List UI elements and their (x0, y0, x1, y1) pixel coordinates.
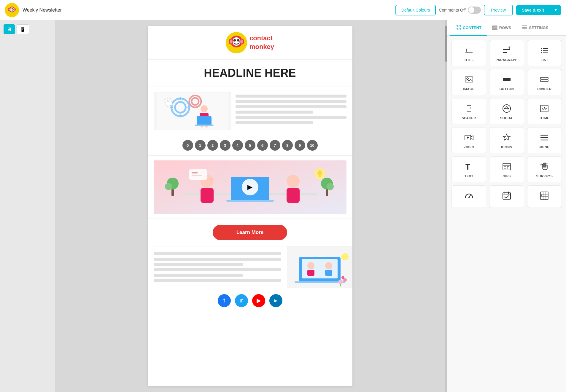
svg-point-12 (233, 39, 236, 42)
panel-item-menu[interactable]: MENU (527, 127, 562, 153)
panel-item-video[interactable]: VIDEO (451, 127, 486, 153)
svg-rect-63 (325, 270, 332, 276)
page-btn-9[interactable]: 9 (295, 140, 305, 151)
svg-point-54 (317, 170, 322, 176)
page-btn-6[interactable]: 6 (257, 140, 268, 151)
tab-settings[interactable]: SETTINGS (516, 20, 554, 36)
video-thumbnail[interactable]: ▶ (154, 160, 346, 214)
logo-area: contactmonkey (226, 32, 274, 53)
svg-rect-97 (540, 77, 548, 79)
panel-item-social[interactable]: SOCIAL (489, 98, 524, 124)
tab-content[interactable]: CONTENT (450, 20, 487, 36)
svg-text:X: X (541, 194, 543, 196)
panel-item-button[interactable]: BUTTON (489, 69, 524, 95)
svg-rect-73 (492, 26, 497, 27)
svg-rect-96 (503, 78, 511, 81)
facebook-social-icon[interactable]: f (218, 294, 231, 307)
panel-item-gauge[interactable] (451, 185, 486, 208)
svg-rect-71 (456, 28, 458, 30)
page-btn-3[interactable]: 3 (220, 140, 230, 151)
page-btn-4[interactable]: 4 (232, 140, 243, 151)
svg-point-104 (504, 108, 505, 109)
spacer-icon: ↕ (464, 104, 474, 113)
calendar-icon (502, 191, 511, 200)
panel-item-spacer[interactable]: ↕ SPACER (451, 98, 486, 124)
panel-item-html[interactable]: </> HTML (527, 98, 562, 124)
title-label: TITLE (464, 58, 474, 62)
preview-button[interactable]: Preview (484, 5, 513, 15)
svg-point-49 (327, 183, 334, 190)
svg-point-88 (541, 48, 542, 49)
page-btn-5[interactable]: 5 (245, 140, 255, 151)
svg-rect-75 (492, 29, 497, 30)
svg-rect-52 (192, 175, 202, 176)
svg-rect-58 (302, 259, 338, 278)
excel-icon: X (540, 191, 549, 200)
title-icon: T (464, 46, 474, 55)
paragraph-label: PARAGRAPH (496, 58, 518, 62)
text-line-b5 (154, 274, 243, 277)
gifs-label: GIFS (503, 174, 511, 178)
svg-text:↕: ↕ (470, 106, 471, 110)
save-button[interactable]: Save & exit (516, 5, 550, 15)
menu-icon (540, 133, 549, 142)
page-btn-0[interactable]: 0 (182, 140, 193, 151)
desktop-view-button[interactable]: 🖥 (4, 24, 15, 34)
linkedin-social-icon[interactable]: in (269, 294, 282, 307)
page-btn-7[interactable]: 7 (270, 140, 280, 151)
email-video-section: ▶ (148, 156, 352, 219)
tab-rows-label: ROWS (499, 26, 511, 30)
panel-item-paragraph[interactable]: ¶ PARAGRAPH (489, 40, 524, 66)
twitter-social-icon[interactable]: 𝕣 (235, 294, 248, 307)
svg-rect-59 (295, 281, 345, 283)
panel-item-divider[interactable]: DIVIDER (527, 69, 562, 95)
video-label: VIDEO (463, 145, 474, 149)
svg-point-68 (341, 253, 349, 260)
panel-item-text[interactable]: T TEXT (451, 156, 486, 182)
svg-rect-32 (195, 125, 214, 126)
panel-item-icons[interactable]: ICONS (489, 127, 524, 153)
svg-point-60 (307, 262, 314, 269)
image-label: IMAGE (463, 87, 475, 91)
svg-rect-69 (456, 25, 458, 27)
icons-icon (502, 133, 511, 142)
button-icon (502, 75, 511, 84)
svg-point-3 (10, 8, 12, 9)
tab-rows[interactable]: ROWS (487, 20, 516, 36)
panel-item-list[interactable]: LIST (527, 40, 562, 66)
left-sidebar: 🖥 📱 (0, 20, 55, 392)
video-play-button[interactable]: ▶ (242, 179, 258, 195)
page-btn-10[interactable]: 10 (307, 140, 318, 151)
panel-item-title[interactable]: T TITLE (451, 40, 486, 66)
col-text (148, 246, 287, 288)
social-icon (502, 104, 511, 113)
svg-point-64 (338, 280, 343, 284)
mobile-view-button[interactable]: 📱 (17, 24, 29, 34)
html-label: HTML (540, 116, 549, 120)
default-colours-button[interactable]: Default Colours (395, 5, 436, 15)
svg-point-124 (468, 197, 470, 198)
panel-item-gifs[interactable]: GIFS (489, 156, 524, 182)
page-btn-1[interactable]: 1 (195, 140, 206, 151)
youtube-social-icon[interactable]: ▶ (252, 294, 265, 307)
panel-item-image[interactable]: IMAGE (451, 69, 486, 95)
panel-item-calendar[interactable] (489, 185, 524, 208)
email-social-section: f 𝕣 ▶ in (148, 288, 352, 313)
topbar: Weekly Newsletter Default Colours Commen… (0, 0, 566, 20)
page-btn-8[interactable]: 8 (282, 140, 293, 151)
comments-toggle[interactable] (468, 7, 481, 14)
panel-item-surveys[interactable]: SURVEYS (527, 156, 562, 182)
learn-more-button[interactable]: Learn More (213, 225, 287, 240)
scrollbar-thumb[interactable] (445, 26, 447, 62)
email-content-row (148, 87, 352, 135)
svg-rect-118 (504, 166, 506, 169)
gifs-icon (502, 162, 511, 171)
video-icon (464, 133, 474, 142)
page-btn-2[interactable]: 2 (207, 140, 218, 151)
save-caret-button[interactable]: ▼ (550, 5, 561, 15)
panel-item-excel[interactable]: X (527, 185, 562, 208)
gauge-icon (464, 191, 474, 200)
text-line-b3 (154, 263, 243, 266)
canvas-area: contactmonkey HEADLINE HERE (55, 20, 445, 392)
view-toggle: 🖥 📱 (4, 24, 51, 34)
